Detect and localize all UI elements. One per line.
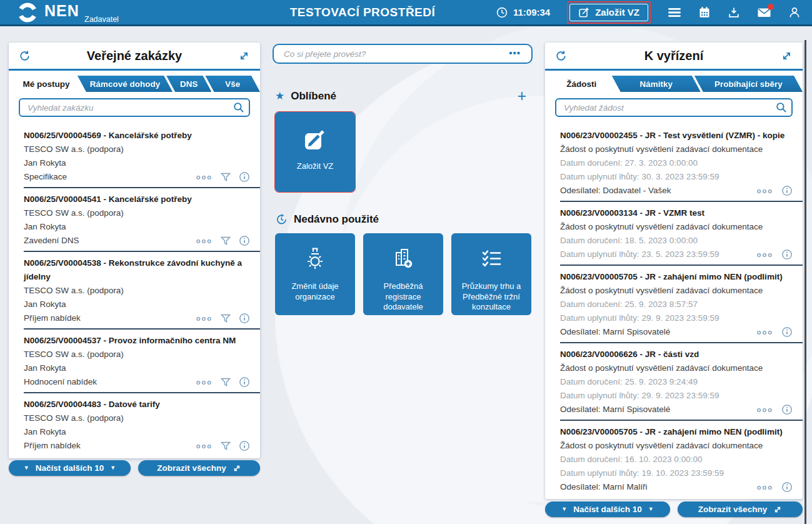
more-actions-icon[interactable]: ooo: [196, 238, 213, 244]
request-type: Žádost o poskytnutí vysvětlení zadávací …: [560, 361, 793, 375]
add-favorite-button[interactable]: +: [513, 88, 530, 104]
info-icon[interactable]: [239, 171, 250, 183]
panel-title: Veřejné zakázky: [87, 49, 182, 63]
contract-search-input[interactable]: [19, 98, 250, 117]
filter-icon[interactable]: [221, 378, 231, 387]
edit-icon: [301, 126, 329, 154]
tab-ramcove-dohody[interactable]: Rámcové dohody: [78, 76, 173, 92]
create-vz-button[interactable]: Založit VZ: [569, 4, 648, 21]
info-icon[interactable]: [781, 481, 793, 493]
brand-logo[interactable]: NEN Zadavatel: [16, 0, 138, 26]
info-icon[interactable]: [781, 326, 793, 338]
load-more-button[interactable]: ▼ Načíst dalších 10 ▼: [545, 501, 670, 517]
panel-accent-rule: [545, 69, 803, 71]
user-icon: [788, 6, 801, 19]
triangle-down-icon: ▼: [648, 506, 654, 512]
create-vz-label: Založit VZ: [595, 7, 639, 18]
triangle-down-icon: ▼: [561, 506, 567, 512]
load-more-label: Načíst dalších 10: [36, 463, 104, 473]
more-actions-icon[interactable]: ooo: [757, 406, 773, 413]
history-icon: [275, 213, 288, 226]
expand-panel-button[interactable]: [781, 50, 793, 62]
more-actions-icon[interactable]: ooo: [196, 379, 213, 386]
tile-zmenit-udaje-organizace[interactable]: Změnit údaje organizace: [275, 233, 355, 315]
filter-icon[interactable]: [221, 236, 231, 246]
more-actions-icon[interactable]: ooo: [196, 174, 213, 181]
tile-predbezna-registrace-dodavatele[interactable]: Předběžná registrace dodavatele: [363, 233, 443, 315]
info-icon[interactable]: [239, 235, 250, 246]
more-actions-icon[interactable]: ooo: [757, 188, 773, 194]
request-sender: Odesílatel: Marní Spisovatelé: [560, 403, 670, 416]
topbar: NEN Zadavatel TESTOVACÍ PROSTŘEDÍ 11:09:…: [0, 0, 812, 26]
command-search: •••: [273, 44, 533, 64]
more-actions-icon[interactable]: ooo: [757, 251, 773, 258]
tab-zadosti[interactable]: Žádosti: [545, 76, 618, 92]
request-item[interactable]: N006/23/V00006626 - JR - části vzd Žádos…: [560, 343, 803, 420]
info-icon[interactable]: [781, 185, 793, 196]
tile-pruzkumy-trhu[interactable]: Průzkumy trhu a Předběžné tržní konzulta…: [451, 233, 531, 315]
public-contracts-panel: Veřejné zakázky Mé postupy Rámcové dohod…: [9, 43, 260, 476]
contract-status: Zavedení DNS: [24, 234, 79, 248]
menu-button[interactable]: [668, 7, 681, 18]
tab-namitky[interactable]: Námitky: [612, 76, 701, 92]
tab-dns[interactable]: DNS: [166, 76, 211, 92]
request-item[interactable]: N006/23/V00003134 - JR - VZMR test Žádos…: [560, 202, 803, 265]
request-item[interactable]: N006/23/V00005705 - JR - zahájení mimo N…: [560, 266, 803, 342]
tile-label: Změnit údaje organizace: [275, 281, 355, 302]
info-icon[interactable]: [239, 313, 250, 324]
brand-name: NEN: [44, 2, 79, 20]
request-search-input[interactable]: [555, 98, 793, 117]
contract-item[interactable]: N006/25/V00004537 - Provoz informačního …: [24, 330, 260, 392]
hamburger-icon: [668, 7, 681, 18]
request-title: N006/23/V00006626 - JR - části vzd: [560, 348, 793, 361]
contract-item[interactable]: N006/25/V00004541 - Kancelářské potřeby …: [24, 188, 260, 251]
contract-person: Jan Rokyta: [24, 425, 250, 439]
favorites-title: Oblíbené: [291, 90, 336, 103]
tab-probihajici-sbery[interactable]: Probíhající sběry: [694, 76, 803, 92]
more-actions-icon[interactable]: ooo: [757, 484, 773, 491]
request-item[interactable]: N006/23/V00005705 - JR - zahájení mimo N…: [560, 421, 803, 497]
expand-panel-button[interactable]: [238, 50, 250, 62]
info-icon[interactable]: [781, 249, 793, 260]
refresh-button[interactable]: [19, 50, 31, 62]
contract-item[interactable]: N006/25/V00004483 - Datové tarify TESCO …: [24, 393, 260, 456]
info-icon[interactable]: [239, 440, 250, 451]
mail-button[interactable]: [757, 7, 771, 18]
scrollbar[interactable]: [804, 40, 806, 524]
filter-icon[interactable]: [221, 314, 231, 323]
contract-item[interactable]: N006/25/V00004538 - Rekonstrukce závodní…: [24, 252, 260, 328]
more-options-icon[interactable]: •••: [505, 47, 524, 59]
contract-org: TESCO SW a.s. (podpora): [24, 143, 250, 156]
clock-time: 11:09:34: [513, 7, 550, 18]
more-actions-icon[interactable]: ooo: [196, 443, 213, 450]
filter-icon[interactable]: [221, 173, 231, 182]
download-icon: [728, 6, 740, 19]
contract-item[interactable]: N006/25/V00004569 - Kancelářské potřeby …: [24, 124, 260, 187]
info-icon[interactable]: [781, 404, 793, 415]
tile-zalozit-vz[interactable]: Založit VZ: [275, 112, 355, 192]
tab-me-postupy[interactable]: Mé postupy: [9, 76, 84, 92]
show-all-button[interactable]: Zobrazit všechny: [138, 460, 260, 476]
download-button[interactable]: [728, 6, 740, 19]
triangle-down-icon: ▼: [24, 465, 29, 471]
search-icon[interactable]: [233, 102, 244, 113]
show-all-button[interactable]: Zobrazit všechny: [678, 501, 803, 517]
expand-icon: [238, 50, 250, 62]
request-sender: Odesílatel: Marní Malíři: [560, 480, 648, 494]
command-search-input[interactable]: [273, 44, 533, 64]
contract-title: N006/25/V00004541 - Kancelářské potřeby: [24, 193, 250, 206]
filter-icon[interactable]: [221, 441, 231, 451]
request-item[interactable]: N006/23/V00002455 - JR - Test vysvětlení…: [560, 124, 803, 201]
request-list: N006/23/V00002455 - JR - Test vysvětlení…: [545, 124, 803, 497]
more-actions-icon[interactable]: ooo: [196, 315, 213, 322]
calendar-button[interactable]: [698, 6, 711, 19]
user-button[interactable]: [788, 6, 801, 19]
more-actions-icon[interactable]: ooo: [757, 329, 773, 336]
contracts-tabs: Mé postupy Rámcové dohody DNS Vše: [9, 76, 260, 92]
tab-vse[interactable]: Vše: [205, 76, 260, 92]
search-icon[interactable]: [776, 102, 787, 113]
info-icon[interactable]: [239, 376, 250, 388]
request-search: [555, 98, 793, 117]
load-more-button[interactable]: ▼ Načíst dalších 10 ▼: [9, 460, 131, 476]
refresh-button[interactable]: [555, 50, 567, 62]
